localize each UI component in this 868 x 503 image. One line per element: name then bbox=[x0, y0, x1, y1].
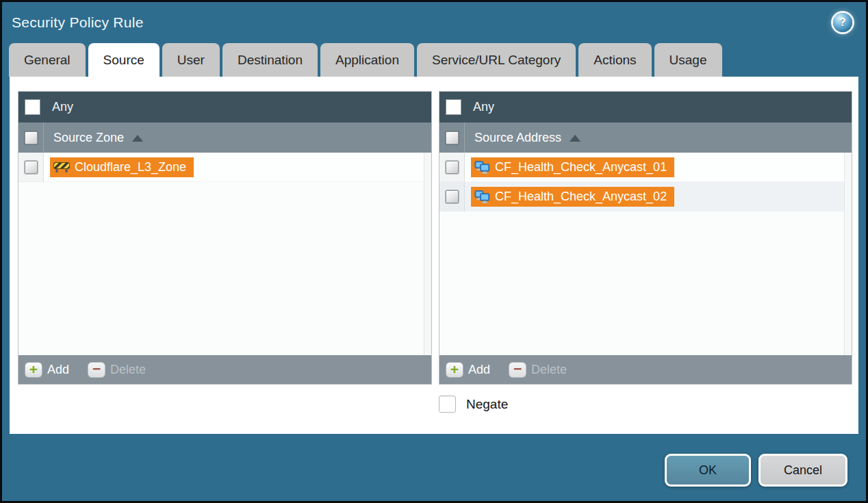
source-address-add-button[interactable]: + Add bbox=[446, 362, 490, 378]
source-zone-row[interactable]: Cloudflare_L3_Zone bbox=[18, 153, 424, 182]
source-address-any-checkbox[interactable] bbox=[446, 99, 461, 115]
source-address-any-label: Any bbox=[473, 100, 494, 114]
address-object-chip[interactable]: CF_Health_Check_Anycast_02 bbox=[471, 187, 674, 207]
dialog-actions: OK Cancel bbox=[665, 454, 847, 487]
source-zone-any-label: Any bbox=[52, 100, 73, 114]
delete-button-label: Delete bbox=[110, 363, 146, 377]
help-icon[interactable]: ? bbox=[833, 13, 852, 32]
tab-actions[interactable]: Actions bbox=[578, 43, 651, 77]
source-address-row-checkbox-1[interactable] bbox=[446, 161, 459, 174]
source-zone-add-button[interactable]: + Add bbox=[25, 362, 69, 378]
address-icon bbox=[474, 161, 490, 174]
source-address-row-checkbox-2[interactable] bbox=[446, 190, 459, 203]
source-address-panel: Any Source Address bbox=[439, 91, 852, 385]
zone-object-chip[interactable]: Cloudflare_L3_Zone bbox=[50, 157, 194, 177]
zone-icon bbox=[53, 162, 70, 173]
row-content: CF_Health_Check_Anycast_02 bbox=[465, 182, 844, 211]
source-zone-rows-area: Cloudflare_L3_Zone bbox=[18, 153, 431, 355]
tab-strip: General Source User Destination Applicat… bbox=[2, 43, 866, 77]
source-zone-footer: + Add − Delete bbox=[18, 355, 431, 384]
source-zone-delete-button[interactable]: − Delete bbox=[88, 362, 146, 378]
tab-application[interactable]: Application bbox=[320, 43, 414, 77]
title-bar: Security Policy Rule ? bbox=[2, 2, 866, 43]
source-address-select-all-checkbox[interactable] bbox=[446, 131, 459, 144]
source-address-footer: + Add − Delete bbox=[439, 355, 852, 384]
add-button-label: Add bbox=[47, 363, 69, 377]
source-address-row[interactable]: CF_Health_Check_Anycast_02 bbox=[439, 182, 844, 211]
delete-button-label: Delete bbox=[531, 363, 567, 377]
address-icon bbox=[474, 190, 490, 203]
sort-asc-icon bbox=[132, 135, 143, 142]
address-object-label: CF_Health_Check_Anycast_01 bbox=[495, 160, 667, 175]
tab-usage[interactable]: Usage bbox=[654, 43, 722, 77]
negate-checkbox[interactable] bbox=[439, 396, 456, 413]
tab-destination[interactable]: Destination bbox=[222, 43, 318, 77]
row-checkbox-cell bbox=[18, 153, 44, 182]
add-icon: + bbox=[446, 362, 463, 378]
address-object-label: CF_Health_Check_Anycast_02 bbox=[495, 190, 667, 204]
tab-general[interactable]: General bbox=[9, 43, 86, 77]
cancel-button[interactable]: Cancel bbox=[758, 454, 847, 487]
source-zone-column-label: Source Zone bbox=[53, 131, 124, 145]
source-address-column-label: Source Address bbox=[474, 131, 561, 145]
row-content: Cloudflare_L3_Zone bbox=[44, 153, 424, 182]
negate-label: Negate bbox=[466, 397, 508, 412]
source-address-delete-button[interactable]: − Delete bbox=[509, 362, 567, 378]
source-zone-any-header: Any bbox=[18, 92, 431, 122]
zone-object-label: Cloudflare_L3_Zone bbox=[75, 160, 186, 175]
source-zone-any-checkbox[interactable] bbox=[25, 99, 40, 115]
row-checkbox-cell bbox=[439, 182, 465, 211]
row-checkbox-cell bbox=[439, 153, 465, 182]
add-button-label: Add bbox=[468, 363, 490, 377]
source-address-select-all-cell bbox=[439, 122, 465, 153]
delete-icon: − bbox=[88, 362, 105, 378]
tab-source[interactable]: Source bbox=[88, 43, 159, 77]
security-policy-rule-dialog: Security Policy Rule ? General Source Us… bbox=[0, 0, 868, 503]
address-object-chip[interactable]: CF_Health_Check_Anycast_01 bbox=[471, 157, 674, 177]
source-address-rows-area: CF_Health_Check_Anycast_01 bbox=[439, 153, 852, 355]
add-icon: + bbox=[25, 362, 42, 378]
negate-row: Negate bbox=[439, 396, 852, 413]
help-glyph: ? bbox=[839, 16, 846, 29]
source-zone-column-header[interactable]: Source Zone bbox=[18, 122, 431, 153]
delete-icon: − bbox=[509, 362, 526, 378]
row-content: CF_Health_Check_Anycast_01 bbox=[465, 153, 844, 182]
source-zone-panel: Any Source Zone bbox=[18, 91, 432, 385]
source-address-any-header: Any bbox=[439, 92, 852, 122]
source-address-row[interactable]: CF_Health_Check_Anycast_01 bbox=[439, 153, 844, 182]
sort-asc-icon bbox=[570, 135, 580, 142]
source-tab-content: Any Source Zone bbox=[10, 77, 858, 434]
source-address-column-header[interactable]: Source Address bbox=[439, 122, 852, 153]
source-zone-row-checkbox[interactable] bbox=[25, 161, 38, 174]
tab-user[interactable]: User bbox=[162, 43, 220, 77]
source-zone-select-all-cell bbox=[18, 122, 44, 153]
source-zone-select-all-checkbox[interactable] bbox=[25, 131, 38, 144]
ok-button[interactable]: OK bbox=[665, 454, 751, 487]
tab-service-url-category[interactable]: Service/URL Category bbox=[417, 43, 576, 77]
dialog-title: Security Policy Rule bbox=[12, 14, 144, 31]
